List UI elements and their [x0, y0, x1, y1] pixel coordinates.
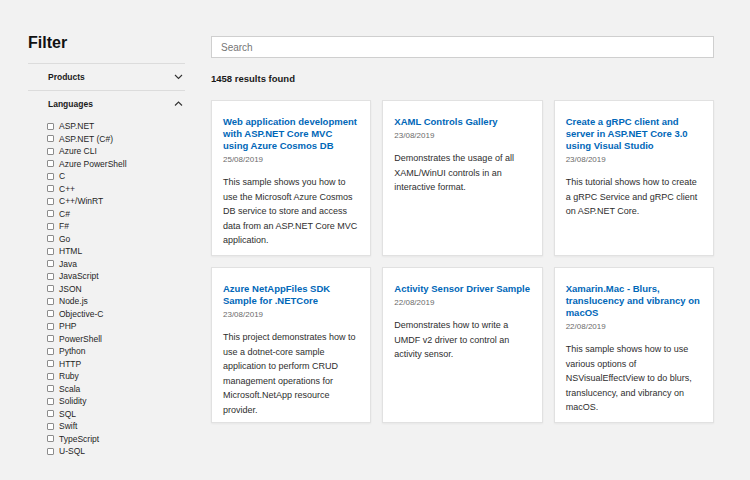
- language-filter-item[interactable]: SQL: [47, 408, 185, 421]
- language-filter-item[interactable]: Node.js: [47, 295, 185, 308]
- checkbox[interactable]: [47, 348, 54, 355]
- result-card-title-link[interactable]: Xamarin.Mac - Blurs, translucency and vi…: [566, 283, 702, 319]
- checkbox[interactable]: [47, 435, 54, 442]
- chevron-down-icon: [174, 72, 183, 82]
- result-card: Azure NetAppFiles SDK Sample for .NETCor…: [211, 267, 371, 423]
- search-input[interactable]: [211, 36, 714, 58]
- result-card: Activity Sensor Driver Sample 22/08/2019…: [382, 267, 542, 423]
- language-filter-item[interactable]: U-SQL: [47, 445, 185, 458]
- checkbox[interactable]: [47, 135, 54, 142]
- filter-sidebar: Filter Products Languages ASP.NET ASP.NE…: [28, 34, 185, 458]
- language-filter-item[interactable]: PowerShell: [47, 333, 185, 346]
- language-label: Scala: [59, 384, 80, 394]
- filter-section-languages[interactable]: Languages: [28, 90, 185, 117]
- language-label: Ruby: [59, 371, 79, 381]
- result-card-date: 22/08/2019: [566, 322, 702, 331]
- language-label: PHP: [59, 321, 76, 331]
- result-card-title-link[interactable]: XAML Controls Gallery: [394, 116, 530, 128]
- language-label: F#: [59, 221, 69, 231]
- result-card-title-link[interactable]: Create a gRPC client and server in ASP.N…: [566, 116, 702, 152]
- checkbox[interactable]: [47, 185, 54, 192]
- result-card-date: 23/08/2019: [223, 310, 359, 319]
- language-filter-item[interactable]: ASP.NET: [47, 120, 185, 133]
- language-filter-item[interactable]: Python: [47, 345, 185, 358]
- language-filter-item[interactable]: F#: [47, 220, 185, 233]
- language-filter-item[interactable]: JSON: [47, 283, 185, 296]
- language-filter-item[interactable]: TypeScript: [47, 433, 185, 446]
- result-card-description: This sample shows how to use various opt…: [566, 342, 702, 415]
- result-card-date: 25/08/2019: [223, 155, 359, 164]
- checkbox[interactable]: [47, 298, 54, 305]
- language-filter-item[interactable]: Azure CLI: [47, 145, 185, 158]
- results-grid: Web application development with ASP.NET…: [211, 100, 714, 423]
- checkbox[interactable]: [47, 223, 54, 230]
- filter-section-products[interactable]: Products: [28, 63, 185, 90]
- language-filter-item[interactable]: Objective-C: [47, 308, 185, 321]
- checkbox[interactable]: [47, 398, 54, 405]
- checkbox[interactable]: [47, 385, 54, 392]
- result-card-date: 22/08/2019: [394, 298, 530, 307]
- language-filter-item[interactable]: C++: [47, 183, 185, 196]
- checkbox[interactable]: [47, 423, 54, 430]
- filter-heading: Filter: [28, 34, 185, 52]
- result-card-date: 23/08/2019: [394, 131, 530, 140]
- language-filter-item[interactable]: C: [47, 170, 185, 183]
- result-card-date: 23/08/2019: [566, 155, 702, 164]
- language-list: ASP.NET ASP.NET (C#) Azure CLI Azure Pow…: [28, 117, 185, 458]
- checkbox[interactable]: [47, 285, 54, 292]
- languages-section-label: Languages: [48, 99, 93, 109]
- checkbox[interactable]: [47, 310, 54, 317]
- language-label: Azure CLI: [59, 146, 97, 156]
- chevron-up-icon: [174, 99, 183, 109]
- language-filter-item[interactable]: Scala: [47, 383, 185, 396]
- checkbox[interactable]: [47, 210, 54, 217]
- language-filter-item[interactable]: ASP.NET (C#): [47, 133, 185, 146]
- language-filter-item[interactable]: PHP: [47, 320, 185, 333]
- checkbox[interactable]: [47, 373, 54, 380]
- language-label: PowerShell: [59, 334, 102, 344]
- result-card: Create a gRPC client and server in ASP.N…: [554, 100, 714, 256]
- checkbox[interactable]: [47, 148, 54, 155]
- result-card: XAML Controls Gallery 23/08/2019 Demonst…: [382, 100, 542, 256]
- checkbox[interactable]: [47, 335, 54, 342]
- results-panel: 1458 results found Web application devel…: [211, 36, 714, 423]
- result-card-title-link[interactable]: Web application development with ASP.NET…: [223, 116, 359, 152]
- checkbox[interactable]: [47, 260, 54, 267]
- language-filter-item[interactable]: C#: [47, 208, 185, 221]
- checkbox[interactable]: [47, 323, 54, 330]
- checkbox[interactable]: [47, 235, 54, 242]
- language-filter-item[interactable]: HTTP: [47, 358, 185, 371]
- result-card-description: This tutorial shows how to create a gRPC…: [566, 175, 702, 219]
- language-label: SQL: [59, 409, 76, 419]
- checkbox[interactable]: [47, 198, 54, 205]
- result-card-title-link[interactable]: Azure NetAppFiles SDK Sample for .NETCor…: [223, 283, 359, 307]
- checkbox[interactable]: [47, 273, 54, 280]
- language-filter-item[interactable]: Swift: [47, 420, 185, 433]
- language-filter-item[interactable]: C++/WinRT: [47, 195, 185, 208]
- language-label: U-SQL: [59, 446, 85, 456]
- language-filter-item[interactable]: HTML: [47, 245, 185, 258]
- language-label: Java: [59, 259, 77, 269]
- language-label: Go: [59, 234, 70, 244]
- language-filter-item[interactable]: Solidity: [47, 395, 185, 408]
- language-label: Objective-C: [59, 309, 103, 319]
- products-section-label: Products: [48, 72, 85, 82]
- language-filter-item[interactable]: Azure PowerShell: [47, 158, 185, 171]
- checkbox[interactable]: [47, 448, 54, 455]
- language-filter-item[interactable]: JavaScript: [47, 270, 185, 283]
- result-card-description: Demonstrates how to write a UMDF v2 driv…: [394, 318, 530, 362]
- checkbox[interactable]: [47, 248, 54, 255]
- language-filter-item[interactable]: Java: [47, 258, 185, 271]
- language-label: TypeScript: [59, 434, 99, 444]
- language-filter-item[interactable]: Go: [47, 233, 185, 246]
- language-filter-item[interactable]: Ruby: [47, 370, 185, 383]
- checkbox[interactable]: [47, 410, 54, 417]
- checkbox[interactable]: [47, 173, 54, 180]
- checkbox[interactable]: [47, 123, 54, 130]
- language-label: Python: [59, 346, 85, 356]
- results-count: 1458 results found: [211, 73, 714, 84]
- language-label: ASP.NET (C#): [59, 134, 113, 144]
- checkbox[interactable]: [47, 160, 54, 167]
- result-card-title-link[interactable]: Activity Sensor Driver Sample: [394, 283, 530, 295]
- checkbox[interactable]: [47, 360, 54, 367]
